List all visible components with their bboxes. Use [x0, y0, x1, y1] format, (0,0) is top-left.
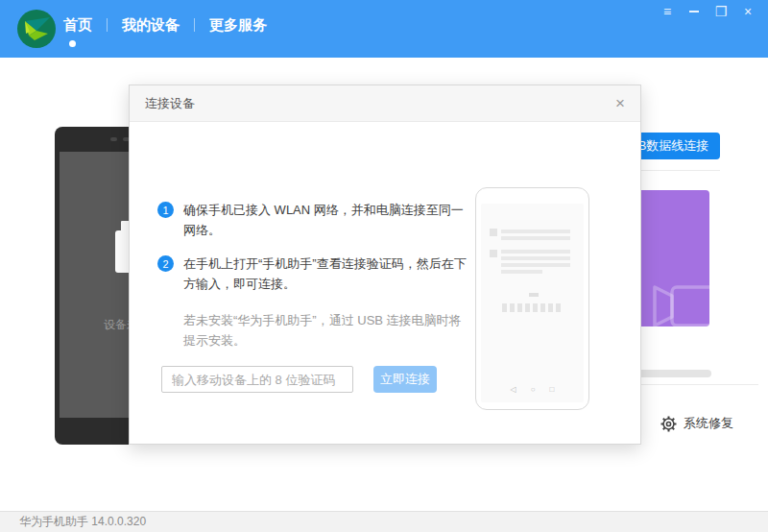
active-tab-indicator-dot — [69, 40, 76, 47]
skeleton-dash — [529, 293, 539, 297]
maximize-icon[interactable]: ❒ — [710, 2, 732, 21]
minimize-icon[interactable] — [684, 2, 705, 21]
skeleton-line — [501, 256, 570, 260]
skeleton-square — [490, 250, 497, 257]
nav-separator — [107, 18, 108, 32]
connect-device-dialog: 连接设备 × 1 确保手机已接入 WLAN 网络，并和电脑连接至同一网络。 2 … — [129, 85, 641, 445]
skeleton-line — [501, 250, 570, 254]
titlebar: 首页 我的设备 更多服务 ≡ ❒ × — [0, 0, 768, 58]
phone-speaker-dot — [110, 137, 117, 141]
step-2-badge: 2 — [157, 255, 174, 272]
gear-icon — [660, 416, 677, 432]
recents-icon: □ — [550, 385, 555, 394]
dialog-header[interactable]: 连接设备 × — [130, 85, 640, 122]
hisuite-window: 首页 我的设备 更多服务 ≡ ❒ × 设备未连接 USB数据线连接 — [0, 0, 768, 532]
video-camera-icon — [651, 284, 709, 326]
phone-nav-bar: ◁ ○ □ — [476, 385, 588, 394]
step-2-text: 在手机上打开“手机助手”查看连接验证码，然后在下方输入，即可连接。 — [183, 254, 473, 294]
install-note-text: 若未安装“华为手机助手”，通过 USB 连接电脑时将提示安装。 — [183, 310, 473, 351]
skeleton-line — [501, 263, 570, 267]
step-1-badge: 1 — [157, 202, 174, 218]
home-icon: ○ — [531, 385, 536, 394]
step-1-text: 确保手机已接入 WLAN 网络，并和电脑连接至同一网络。 — [183, 200, 473, 240]
skeleton-line — [501, 230, 570, 233]
statusbar: 华为手机助手 14.0.0.320 — [0, 511, 768, 532]
skeleton-line — [501, 236, 570, 240]
connect-now-button[interactable]: 立即连接 — [373, 366, 437, 393]
window-controls: ≡ ❒ × — [657, 2, 758, 21]
system-repair-button[interactable]: 系统修复 — [660, 415, 733, 432]
close-icon[interactable]: × — [737, 2, 758, 21]
code-digit-squares — [502, 303, 561, 312]
nav-my-devices[interactable]: 我的设备 — [120, 16, 181, 35]
dialog-title: 连接设备 — [145, 95, 195, 112]
hisuite-logo-icon — [16, 9, 57, 49]
main-nav: 首页 我的设备 更多服务 — [61, 0, 269, 50]
menu-icon[interactable]: ≡ — [657, 2, 678, 21]
back-icon: ◁ — [511, 385, 516, 394]
nav-home[interactable]: 首页 — [61, 16, 94, 35]
skeleton-line — [501, 270, 542, 274]
phone-illustration: ◁ ○ □ — [475, 187, 589, 410]
app-version-text: 华为手机助手 14.0.0.320 — [19, 514, 146, 530]
dialog-body: 1 确保手机已接入 WLAN 网络，并和电脑连接至同一网络。 2 在手机上打开“… — [130, 122, 640, 444]
system-repair-label: 系统修复 — [684, 415, 733, 432]
skeleton-square — [490, 229, 497, 236]
dialog-close-icon[interactable]: × — [615, 95, 625, 111]
nav-separator — [194, 18, 195, 32]
verification-code-input[interactable] — [161, 366, 353, 393]
nav-more-services[interactable]: 更多服务 — [207, 16, 269, 35]
